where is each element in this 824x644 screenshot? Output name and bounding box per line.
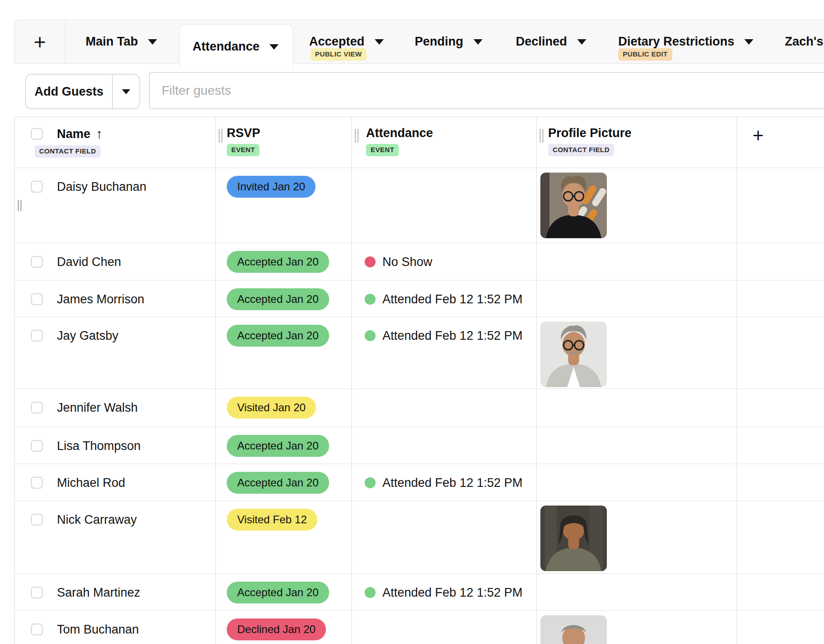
attendance-cell[interactable]: Attended Feb 12 1:52 PM: [352, 281, 537, 317]
profile-picture-cell[interactable]: [537, 317, 737, 388]
column-drag-handle[interactable]: [219, 129, 223, 143]
column-header-profile-picture[interactable]: Profile PictureCONTACT FIELD: [537, 117, 737, 168]
rsvp-cell[interactable]: Accepted Jan 20: [216, 427, 352, 464]
rsvp-status-pill: Accepted Jan 20: [227, 472, 329, 494]
field-type-badge: CONTACT FIELD: [548, 144, 614, 156]
filter-guests-input[interactable]: [149, 72, 824, 109]
name-cell[interactable]: Nick Carraway: [15, 501, 216, 573]
extra-cell[interactable]: [737, 501, 824, 573]
name-cell[interactable]: Tom Buchanan: [15, 611, 216, 644]
name-cell[interactable]: Jay Gatsby: [15, 317, 216, 388]
profile-picture-cell[interactable]: [537, 574, 737, 610]
row-drag-handle[interactable]: [18, 200, 22, 211]
name-cell[interactable]: Michael Rod: [15, 464, 216, 501]
rsvp-cell[interactable]: Accepted Jan 20: [216, 281, 352, 317]
column-title: RSVP: [227, 126, 260, 140]
row-checkbox[interactable]: [31, 624, 43, 635]
tab-attendance[interactable]: Attendance: [179, 24, 293, 69]
attendance-status-dot: [365, 256, 376, 267]
rsvp-cell[interactable]: Declined Jan 20: [216, 611, 352, 644]
name-cell[interactable]: Jennifer Walsh: [15, 389, 216, 427]
profile-picture-cell[interactable]: [537, 168, 737, 243]
column-drag-handle[interactable]: [355, 129, 359, 143]
guest-name: Tom Buchanan: [57, 623, 139, 637]
add-tab-button[interactable]: +: [15, 20, 66, 63]
attendance-cell[interactable]: [352, 611, 537, 644]
rsvp-cell[interactable]: Visited Jan 20: [216, 389, 352, 427]
add-guests-dropdown-button[interactable]: [112, 75, 139, 108]
row-checkbox[interactable]: [31, 330, 43, 342]
extra-cell[interactable]: [737, 389, 824, 427]
row-checkbox[interactable]: [31, 256, 43, 268]
select-all-checkbox[interactable]: [31, 128, 43, 140]
tab-badge-public-edit: PUBLIC EDIT: [618, 48, 672, 61]
rsvp-cell[interactable]: Accepted Jan 20: [216, 317, 352, 388]
attendance-cell[interactable]: [352, 168, 537, 243]
column-drag-handle[interactable]: [539, 129, 544, 143]
extra-cell[interactable]: [737, 168, 824, 243]
rsvp-cell[interactable]: Accepted Jan 20: [216, 243, 352, 280]
column-header-attendance[interactable]: AttendanceEVENT: [352, 117, 537, 168]
column-header-name[interactable]: Name↑CONTACT FIELD: [15, 117, 216, 168]
name-cell[interactable]: Daisy Buchanan: [15, 168, 216, 243]
tab-badge-public-view: PUBLIC VIEW: [310, 48, 366, 61]
profile-picture-cell[interactable]: [537, 389, 737, 427]
chevron-down-icon: [270, 44, 279, 50]
name-cell[interactable]: James Morrison: [15, 281, 216, 317]
row-checkbox[interactable]: [31, 181, 43, 193]
tab-label: Declined: [516, 35, 567, 49]
rsvp-cell[interactable]: Accepted Jan 20: [216, 574, 352, 610]
table-row: David ChenAccepted Jan 20No Show: [15, 243, 824, 281]
tab-zach-s-g[interactable]: Zach's G: [785, 20, 824, 63]
sort-ascending-icon[interactable]: ↑: [96, 126, 103, 142]
extra-cell[interactable]: [737, 243, 824, 280]
profile-picture-cell[interactable]: [537, 464, 737, 501]
attendance-cell[interactable]: [352, 389, 537, 427]
rsvp-cell[interactable]: Visited Feb 12: [216, 501, 352, 573]
row-checkbox[interactable]: [31, 402, 43, 414]
row-checkbox[interactable]: [31, 587, 43, 598]
name-cell[interactable]: Lisa Thompson: [15, 427, 216, 464]
attendance-cell[interactable]: Attended Feb 12 1:52 PM: [352, 464, 537, 501]
attendance-cell[interactable]: Attended Feb 12 1:52 PM: [352, 317, 537, 388]
attendance-status-dot: [365, 587, 376, 598]
rsvp-status-pill: Accepted Jan 20: [227, 582, 329, 603]
tab-pending[interactable]: Pending: [415, 20, 483, 63]
tab-main-tab[interactable]: Main Tab: [86, 20, 157, 63]
column-header-rsvp[interactable]: RSVPEVENT: [216, 117, 352, 168]
add-guests-button[interactable]: Add Guests: [26, 75, 112, 108]
extra-cell[interactable]: [737, 574, 824, 610]
table-row: James MorrisonAccepted Jan 20Attended Fe…: [15, 281, 824, 317]
profile-picture-cell[interactable]: [537, 501, 737, 573]
extra-cell[interactable]: [737, 464, 824, 501]
add-column-button[interactable]: +: [737, 117, 824, 168]
guest-table: Name↑CONTACT FIELDRSVPEVENTAttendanceEVE…: [14, 117, 824, 644]
row-checkbox[interactable]: [31, 440, 43, 452]
rsvp-status-pill: Visited Feb 12: [227, 509, 317, 531]
tab-declined[interactable]: Declined: [516, 20, 586, 63]
table-row: Lisa ThompsonAccepted Jan 20: [15, 427, 824, 464]
row-checkbox[interactable]: [31, 293, 43, 305]
rsvp-cell[interactable]: Accepted Jan 20: [216, 464, 352, 501]
profile-picture-cell[interactable]: [537, 427, 737, 464]
attendance-cell[interactable]: [352, 501, 537, 573]
row-checkbox[interactable]: [31, 514, 43, 526]
table-row: Jay GatsbyAccepted Jan 20Attended Feb 12…: [15, 317, 824, 389]
table-row: Tom BuchananDeclined Jan 20: [15, 611, 824, 644]
name-cell[interactable]: Sarah Martinez: [15, 574, 216, 610]
extra-cell[interactable]: [737, 427, 824, 464]
profile-picture-cell[interactable]: [537, 243, 737, 280]
profile-picture-cell[interactable]: [537, 611, 737, 644]
rsvp-cell[interactable]: Invited Jan 20: [216, 168, 352, 243]
profile-picture-cell[interactable]: [537, 281, 737, 317]
chevron-down-icon: [375, 39, 384, 45]
row-checkbox[interactable]: [31, 477, 43, 489]
attendance-cell[interactable]: [352, 427, 537, 464]
extra-cell[interactable]: [737, 317, 824, 388]
attendance-cell[interactable]: No Show: [352, 243, 537, 280]
extra-cell[interactable]: [737, 611, 824, 644]
name-cell[interactable]: David Chen: [15, 243, 216, 280]
extra-cell[interactable]: [737, 281, 824, 317]
table-row: Michael RodAccepted Jan 20Attended Feb 1…: [15, 464, 824, 501]
attendance-cell[interactable]: Attended Feb 12 1:52 PM: [352, 574, 537, 610]
